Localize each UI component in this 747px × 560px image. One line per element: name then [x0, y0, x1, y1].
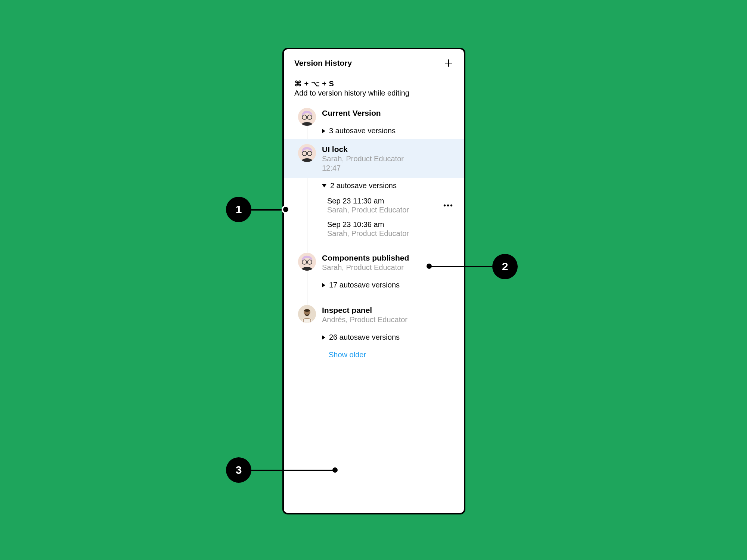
version-history-panel: Version History ⌘ + ⌥ + S Add to version…	[282, 48, 465, 514]
autosave-toggle-inspect[interactable]: 26 autosave versions	[284, 329, 464, 345]
shortcut-keys: ⌘ + ⌥ + S	[294, 79, 453, 88]
autosave-entry[interactable]: Sep 23 11:30 am Sarah, Product Educator …	[284, 194, 464, 217]
autosave-label: 26 autosave versions	[329, 333, 400, 342]
autosave-toggle-components[interactable]: 17 autosave versions	[284, 277, 464, 293]
callout-dot	[283, 207, 288, 212]
autosave-label: 2 autosave versions	[330, 181, 397, 190]
chevron-down-icon	[322, 184, 326, 187]
avatar	[298, 305, 316, 323]
shortcut-hint: ⌘ + ⌥ + S Add to version history while e…	[284, 72, 464, 103]
panel-title: Version History	[294, 59, 352, 68]
autosave-author: Sarah, Product Educator	[327, 206, 453, 214]
version-components-published[interactable]: Components published Sarah, Product Educ…	[284, 248, 464, 277]
version-time: 12:47	[322, 164, 453, 172]
version-title: Components published	[322, 253, 453, 262]
show-older[interactable]: Show older	[284, 345, 464, 364]
panel-header: Version History	[284, 49, 464, 72]
chevron-right-icon	[322, 129, 325, 133]
avatar	[298, 108, 316, 126]
autosave-toggle-current[interactable]: 3 autosave versions	[284, 123, 464, 139]
version-title: Current Version	[322, 109, 453, 118]
callout-line	[431, 266, 492, 267]
callout-line	[251, 470, 334, 471]
version-author: Sarah, Product Educator	[322, 263, 453, 272]
version-title: UI lock	[322, 145, 453, 154]
shortcut-description: Add to version history while editing	[294, 89, 453, 97]
chevron-right-icon	[322, 335, 325, 340]
avatar	[298, 144, 316, 162]
version-title: Inspect panel	[322, 306, 453, 315]
callout-badge-3: 3	[226, 457, 251, 483]
autosave-label: 3 autosave versions	[329, 127, 396, 135]
callout-number: 2	[502, 260, 508, 273]
version-ui-lock[interactable]: UI lock Sarah, Product Educator 12:47	[284, 139, 464, 178]
callout-dot	[332, 467, 338, 473]
autosave-author: Sarah, Product Educator	[327, 229, 453, 238]
autosave-time: Sep 23 10:36 am	[327, 220, 453, 229]
timeline: Current Version 3 autosave versions	[284, 103, 464, 372]
callout-number: 1	[236, 203, 242, 216]
version-inspect-panel[interactable]: Inspect panel Andrés, Product Educator	[284, 300, 464, 329]
autosave-entry[interactable]: Sep 23 10:36 am Sarah, Product Educator	[284, 217, 464, 241]
show-older-link[interactable]: Show older	[329, 351, 366, 359]
add-version-icon[interactable]	[444, 58, 453, 68]
callout-badge-1: 1	[226, 197, 251, 222]
callout-dot	[427, 264, 432, 269]
callout-number: 3	[236, 464, 242, 476]
autosave-toggle-ui-lock[interactable]: 2 autosave versions	[284, 178, 464, 194]
callout-badge-2: 2	[492, 254, 518, 279]
autosave-time: Sep 23 11:30 am	[327, 197, 453, 205]
version-current[interactable]: Current Version	[284, 103, 464, 123]
more-options-icon[interactable]: •••	[443, 201, 453, 210]
chevron-right-icon	[322, 283, 325, 287]
autosave-label: 17 autosave versions	[329, 281, 400, 289]
version-author: Sarah, Product Educator	[322, 155, 453, 163]
version-author: Andrés, Product Educator	[322, 315, 453, 324]
avatar	[298, 253, 316, 271]
callout-line	[251, 209, 284, 211]
